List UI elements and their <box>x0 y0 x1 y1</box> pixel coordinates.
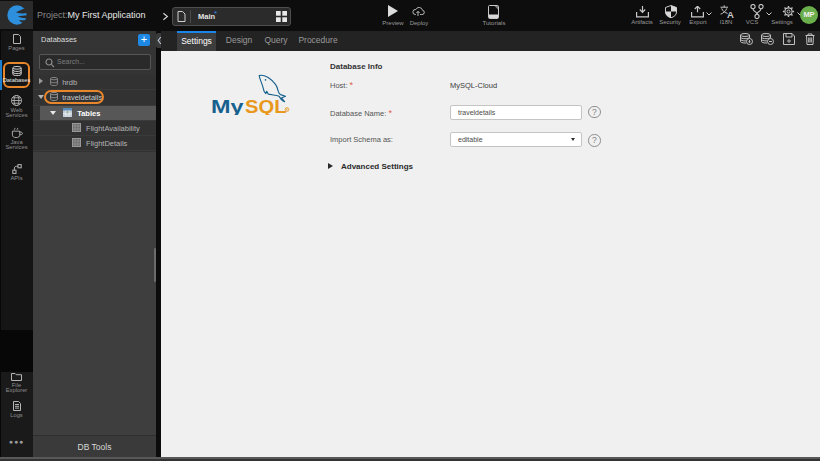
svg-text:SQL: SQL <box>245 97 287 115</box>
svg-text:A: A <box>727 9 734 19</box>
svg-text:My: My <box>211 97 244 115</box>
